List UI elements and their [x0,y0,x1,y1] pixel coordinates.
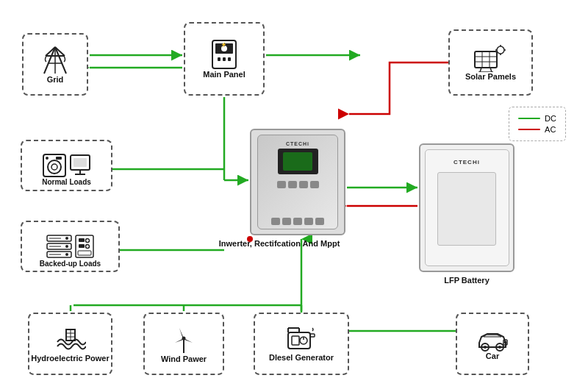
wind-label: Wind Pawer [161,354,207,363]
diesel-icon [286,327,317,353]
svg-rect-76 [292,336,299,345]
car-icon [477,328,508,352]
inverter-btm-port-3 [293,218,302,225]
grid-box: Grid [22,33,88,96]
car-label: Car [486,352,499,360]
main-panel-label: Main Panel [203,70,245,79]
inverter-port-4 [310,181,319,188]
svg-point-86 [498,346,501,349]
inverter-brand: CTECHi [286,141,309,146]
monitor-icon [70,154,90,177]
svg-point-58 [65,245,68,248]
svg-point-57 [65,237,68,240]
solar-label: Solar Pamels [465,72,516,81]
battery-label: LFP Battery [415,276,518,285]
hydro-box: Hydroelectric Power [28,313,112,375]
legend-dc-item: DC [518,114,556,123]
hydro-icon [55,326,86,354]
backed-loads-label: Backed-up Loads [22,260,118,268]
svg-rect-65 [79,244,85,248]
legend-dc-line [518,118,540,120]
diesel-label: Dlesel Generator [269,353,334,362]
svg-point-67 [86,245,90,249]
inverter-port-3 [299,181,308,188]
svg-point-46 [48,160,61,174]
inverter-btm-port-1 [271,218,280,225]
svg-rect-64 [79,238,85,242]
inverter-port-2 [288,181,297,188]
inverter-label: Inwerter, Rectifcation And Mppt [198,239,360,248]
battery-brand: CTECHi [453,159,480,165]
svg-point-59 [65,253,68,256]
diesel-box: Dlesel Generator [254,313,349,375]
inverter-btm-port-4 [304,218,313,225]
normal-loads-box: Normal Loads [21,140,112,191]
legend-ac-label: AC [545,125,556,134]
svg-point-48 [46,157,49,160]
tower-server-icon [75,235,94,258]
main-panel-icon: ⚡ [210,39,238,70]
solar-box: Solar Pamels [448,29,533,96]
svg-point-66 [86,239,90,243]
server-icon [46,235,72,258]
legend-dc-label: DC [545,114,556,123]
wind-box: Wind Pawer [143,313,224,375]
svg-text:⚡: ⚡ [220,41,227,48]
grid-tower-icon [40,46,70,75]
inverter-btm-port-2 [282,218,291,225]
inverter-screen-inner [283,152,312,171]
svg-rect-68 [78,251,91,255]
svg-point-32 [497,46,504,54]
svg-point-85 [484,346,487,349]
svg-rect-37 [475,51,497,68]
washer-icon [43,154,66,177]
legend-ac-item: AC [518,125,556,134]
inverter-port-1 [277,181,286,188]
solar-icon [474,44,507,72]
normal-loads-label: Normal Loads [22,178,111,186]
svg-rect-28 [218,57,220,61]
svg-rect-53 [74,158,87,167]
inverter-bottom-ports [271,218,324,225]
svg-rect-29 [223,57,226,61]
battery-body: CTECHi [425,149,509,266]
inverter-btm-port-5 [315,218,324,225]
hydro-label: Hydroelectric Power [31,354,109,363]
svg-rect-30 [228,57,231,61]
inverter-ports [277,181,319,188]
wind-icon [169,325,198,354]
inverter-screen [278,149,318,174]
svg-rect-49 [56,157,62,160]
battery-cells [437,172,496,246]
battery-box: CTECHi [419,143,514,272]
backed-loads-box: Backed-up Loads [21,221,120,272]
inverter-box: CTECHi [250,129,345,235]
car-box: Car [456,313,529,375]
inverter-body: CTECHi [257,135,338,229]
svg-point-47 [51,164,57,170]
diagram-container: Grid ⚡ Main Panel [0,0,588,392]
grid-label: Grid [47,75,64,84]
legend-ac-line [518,129,540,131]
legend: DC AC [509,107,566,141]
main-panel-box: ⚡ Main Panel [184,22,265,96]
